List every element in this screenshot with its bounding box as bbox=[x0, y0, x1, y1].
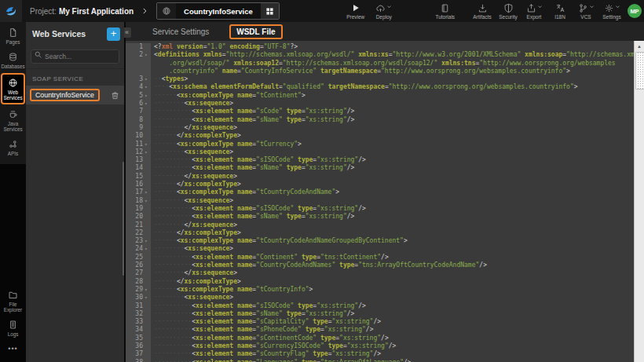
fold-arrow-icon[interactable]: ▾ bbox=[145, 237, 151, 245]
editor-tab-bar: Service SettingsWSDL File bbox=[126, 22, 644, 41]
fold-arrow-icon[interactable]: ▾ bbox=[145, 148, 151, 156]
line-number-gutter: 35 bbox=[126, 335, 151, 342]
fold-arrow-icon[interactable]: ▾ bbox=[145, 100, 151, 108]
line-number-gutter: 17▾ bbox=[126, 188, 151, 196]
line-number: 23 bbox=[126, 237, 145, 245]
editor-scrollbar[interactable]: ▲ bbox=[634, 41, 644, 362]
sidebar-item-apis[interactable]: APIs bbox=[0, 135, 26, 159]
i18n-button[interactable]: I18N bbox=[548, 0, 572, 22]
sidebar-item-label: Pages bbox=[6, 39, 20, 45]
code-line: <?xml version="1.0" encoding="UTF-8"?> bbox=[151, 43, 634, 51]
fold-spacer bbox=[145, 213, 151, 221]
code-line: ··········<xs:element name="sName" type=… bbox=[151, 164, 634, 172]
code-line: ··········<xs:element name="sCountryFlag… bbox=[151, 350, 634, 358]
sidebar-item-label: File Explorer bbox=[0, 302, 26, 313]
line-number: 30 bbox=[126, 294, 145, 302]
code-row: 28······</xs:complexType> bbox=[126, 278, 634, 286]
api-icon bbox=[8, 139, 18, 149]
caret-down-icon[interactable] bbox=[614, 3, 620, 9]
line-number: 16 bbox=[126, 181, 145, 188]
fold-arrow-icon[interactable]: ▾ bbox=[145, 75, 151, 83]
section-label: SOAP SERVICE bbox=[26, 68, 124, 86]
line-number-gutter: 19 bbox=[126, 205, 151, 213]
module-rail: PagesDatabasesWeb ServicesJava ServicesA… bbox=[0, 22, 26, 362]
code-line: ········</xs:sequence> bbox=[151, 221, 634, 229]
code-row: 17▾······<xs:complexType name="tCountryC… bbox=[126, 188, 634, 196]
code-row: 31··········<xs:element name="sISOCode" … bbox=[126, 302, 634, 310]
breadcrumb: Project:My First Application bbox=[30, 7, 134, 16]
caret-down-icon[interactable] bbox=[536, 3, 543, 9]
avatar[interactable]: MP bbox=[628, 4, 642, 18]
shield-icon bbox=[503, 3, 514, 13]
line-number: 9 bbox=[126, 124, 145, 132]
soap-service-item[interactable]: CountryInfoService bbox=[26, 86, 124, 104]
grid-icon[interactable] bbox=[261, 3, 279, 19]
fold-arrow-icon[interactable]: ▾ bbox=[145, 141, 151, 148]
code-row: 35··········<xs:element name="sContinent… bbox=[126, 335, 634, 342]
service-tab[interactable]: CountryInfoService bbox=[156, 2, 280, 20]
search-input[interactable] bbox=[31, 49, 119, 64]
preview-button[interactable]: Preview bbox=[344, 0, 368, 22]
more-options-button[interactable]: ••• bbox=[0, 340, 26, 357]
code-line: ······<xs:complexType name="tCountryCode… bbox=[151, 237, 634, 245]
line-number: 35 bbox=[126, 335, 145, 342]
fold-arrow-icon[interactable]: ▾ bbox=[145, 245, 151, 253]
line-number: 21 bbox=[126, 221, 145, 229]
line-number-gutter: 7 bbox=[126, 108, 151, 115]
sidebar-item-java-services[interactable]: Java Services bbox=[0, 105, 26, 135]
settings-button[interactable]: Settings bbox=[600, 0, 624, 22]
sidebar-item-logs[interactable]: Logs bbox=[0, 316, 26, 340]
tab-service-settings[interactable]: Service Settings bbox=[152, 27, 209, 36]
code-row: 37··········<xs:element name="sCountryFl… bbox=[126, 350, 634, 358]
panel-scrollbar[interactable] bbox=[123, 162, 124, 276]
sidebar-item-file-explorer[interactable]: File Explorer bbox=[0, 286, 26, 316]
fold-arrow-icon[interactable]: ▾ bbox=[145, 294, 151, 302]
scroll-up-arrow-icon[interactable]: ▲ bbox=[635, 41, 644, 51]
security-button[interactable]: Security bbox=[496, 0, 520, 22]
line-number: 6 bbox=[126, 100, 145, 108]
code-line: ··········<xs:element name="sCapitalCity… bbox=[151, 318, 634, 326]
sidebar-item-databases[interactable]: Databases bbox=[0, 48, 26, 72]
wsdl-code-editor[interactable]: 1<?xml version="1.0" encoding="UTF-8"?>2… bbox=[126, 41, 634, 362]
caret-down-icon[interactable] bbox=[386, 3, 392, 9]
line-number-gutter: 33 bbox=[126, 318, 151, 326]
line-number: 33 bbox=[126, 318, 145, 326]
code-line: ········</xs:sequence> bbox=[151, 269, 634, 277]
fold-arrow-icon[interactable]: ▾ bbox=[145, 286, 151, 294]
line-number-gutter: 16 bbox=[126, 181, 151, 188]
code-row: 26··········<xs:element name="CountryCod… bbox=[126, 261, 634, 269]
line-number-gutter: 4▾ bbox=[126, 83, 151, 91]
code-line: .countryinfo" name="CountryInfoService" … bbox=[151, 68, 634, 75]
fold-arrow-icon[interactable]: ▾ bbox=[145, 188, 151, 196]
tutorials-button[interactable]: Tutorials bbox=[434, 0, 457, 22]
fold-arrow-icon[interactable]: ▾ bbox=[145, 83, 151, 91]
vcs-button[interactable]: VCS bbox=[574, 0, 598, 22]
fold-arrow-icon[interactable]: ▾ bbox=[145, 92, 151, 100]
app-logo[interactable] bbox=[0, 0, 22, 22]
code-line: ········</xs:sequence> bbox=[151, 124, 634, 132]
add-service-button[interactable]: + bbox=[107, 27, 120, 41]
tab-wsdl-file[interactable]: WSDL File bbox=[229, 24, 282, 39]
line-number: 22 bbox=[126, 229, 145, 237]
security-label: Security bbox=[499, 14, 517, 20]
code-row: 16······</xs:complexType> bbox=[126, 181, 634, 188]
line-number bbox=[126, 60, 145, 68]
sidebar-item-pages[interactable]: Pages bbox=[0, 24, 26, 48]
deploy-button[interactable]: Deploy bbox=[372, 0, 396, 22]
sidebar-item-web-services[interactable]: Web Services bbox=[1, 73, 25, 104]
code-line: ··········<xs:element name="sCode" type=… bbox=[151, 108, 634, 115]
artifacts-button[interactable]: Artifacts bbox=[470, 0, 494, 22]
top-bar: Project:My First Application CountryInfo… bbox=[0, 0, 644, 22]
doc-icon bbox=[8, 320, 18, 330]
fold-spacer bbox=[145, 43, 151, 51]
caret-down-icon[interactable] bbox=[588, 3, 595, 9]
export-button[interactable]: Export bbox=[522, 0, 546, 22]
delete-service-button[interactable] bbox=[110, 90, 120, 101]
fold-spacer bbox=[145, 116, 151, 124]
fold-arrow-icon[interactable]: ▾ bbox=[145, 197, 151, 205]
line-number-gutter: 6▾ bbox=[126, 100, 151, 108]
line-number bbox=[126, 68, 145, 75]
cloud-up-icon bbox=[375, 3, 386, 13]
scrollbar-thumb[interactable] bbox=[635, 52, 644, 90]
fold-arrow-icon[interactable]: ▾ bbox=[145, 51, 151, 59]
